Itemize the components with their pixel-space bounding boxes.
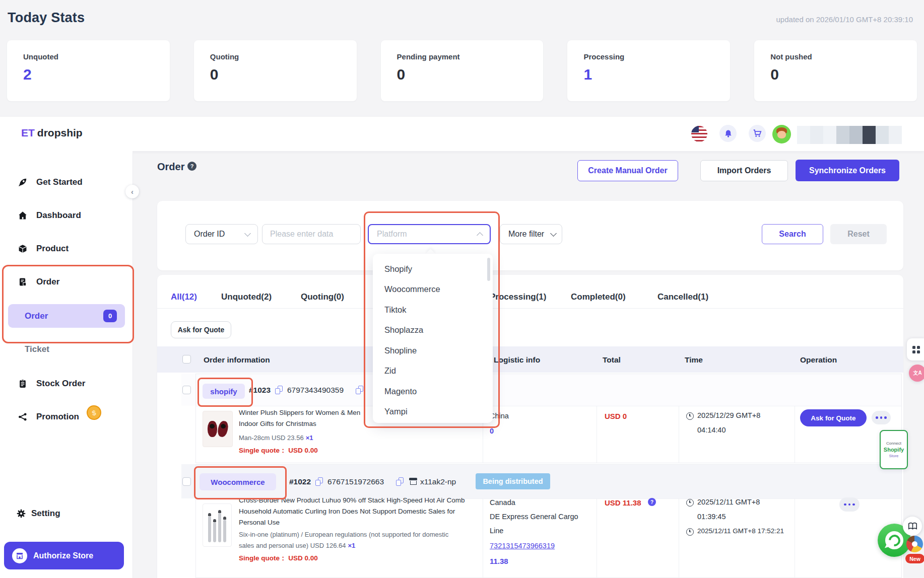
more-filter-button[interactable]: More filter <box>500 224 562 244</box>
platform-option-shopify[interactable]: Shopify <box>373 259 493 279</box>
create-manual-order-button[interactable]: Create Manual Order <box>577 160 678 181</box>
tab-quoting[interactable]: Quoting(0) <box>301 292 344 302</box>
stat-card-not-pushed[interactable]: Not pushed 0 <box>754 40 917 101</box>
tab-unquoted[interactable]: Unquoted(2) <box>221 292 272 302</box>
product-image-slippers[interactable] <box>203 411 233 447</box>
platform-option-woocommerce[interactable]: Woocommerce <box>373 279 493 300</box>
ask-for-quote-button[interactable]: Ask for Quote <box>800 409 867 426</box>
col-time: Time <box>685 355 703 365</box>
column-separator <box>795 498 795 578</box>
stat-value: 1 <box>583 66 714 83</box>
platform-badge-shopify[interactable]: shopify <box>203 384 245 399</box>
whatsapp-icon <box>885 531 903 549</box>
authorize-store-button[interactable]: Authorize Store <box>4 542 124 569</box>
tab-processing[interactable]: Processing(1) <box>490 292 546 302</box>
logistic-fee[interactable]: 11.38 <box>490 557 508 565</box>
tracking-number-link[interactable]: 7321315473966319 <box>490 542 555 550</box>
product-title-line[interactable]: Personal Use <box>239 519 280 526</box>
tab-all[interactable]: All(12) <box>171 292 197 302</box>
platform-option-zid[interactable]: Zid <box>373 361 493 382</box>
chevron-down-icon <box>244 230 251 237</box>
more-filter-label: More filter <box>508 230 544 239</box>
stats-cards: Unquoted 2 Quoting 0 Pending payment 0 P… <box>7 40 917 101</box>
synchronize-orders-button[interactable]: Synchronize Orders <box>796 160 899 181</box>
tab-cancelled[interactable]: Cancelled(1) <box>657 292 708 302</box>
column-separator <box>597 406 597 463</box>
copy-icon[interactable] <box>396 477 404 486</box>
product-title-line[interactable]: Household Automatic Curling Iron Does No… <box>239 508 455 515</box>
filter-value-input[interactable] <box>262 224 361 244</box>
translate-button[interactable]: 文A <box>909 365 924 382</box>
stat-label: Not pushed <box>770 52 901 61</box>
quantity: ×1 <box>348 542 355 549</box>
sidebar-label: Get Started <box>36 177 83 187</box>
ask-for-quote-bulk-button[interactable]: Ask for Quote <box>171 321 231 338</box>
sidebar-subitem-ticket[interactable]: Ticket <box>25 344 49 354</box>
platform-select[interactable]: Platform <box>368 224 491 244</box>
product-title-line[interactable]: Winter Plush Slippers for Women & Men <box>239 409 360 416</box>
tab-completed[interactable]: Completed(0) <box>571 292 626 302</box>
logistic-carrier: DE Express General Cargo <box>490 513 578 521</box>
sidebar-item-setting[interactable]: Setting <box>0 503 133 524</box>
copy-icon[interactable] <box>275 386 283 394</box>
dropdown-scrollbar[interactable] <box>487 258 490 281</box>
order-count-badge: 0 <box>103 310 117 322</box>
more-actions-button[interactable] <box>872 411 891 424</box>
help-docs-button[interactable] <box>903 517 922 536</box>
sidebar-item-product[interactable]: Product <box>0 239 133 259</box>
column-separator <box>795 406 795 463</box>
sidebar-item-get-started[interactable]: Get Started <box>0 172 133 192</box>
bell-icon <box>724 129 733 138</box>
order-time: 01:39:45 <box>697 513 725 521</box>
stat-value: 0 <box>770 66 901 83</box>
copy-icon[interactable] <box>356 386 363 394</box>
search-button[interactable]: Search <box>762 224 823 244</box>
user-avatar[interactable] <box>772 125 791 143</box>
column-separator <box>597 498 597 578</box>
stat-card-processing[interactable]: Processing 1 <box>567 40 730 101</box>
import-orders-button[interactable]: Import Orders <box>700 160 788 181</box>
select-all-checkbox[interactable] <box>182 355 191 364</box>
platform-option-yampi[interactable]: Yampi <box>373 402 493 422</box>
stat-card-quoting[interactable]: Quoting 0 <box>194 40 357 101</box>
sidebar-item-dashboard[interactable]: Dashboard <box>0 205 133 226</box>
row-checkbox[interactable] <box>182 477 191 486</box>
copy-icon[interactable] <box>315 477 323 486</box>
product-title-line[interactable]: Cross-Border New Product Luhuo 90% off S… <box>239 496 465 504</box>
filter-field-select[interactable]: Order ID <box>185 224 258 244</box>
logistic-country: Canada <box>490 498 515 507</box>
product-title-line[interactable]: Indoor Gifts for Christmas <box>239 420 316 427</box>
side-tools-tab[interactable] <box>907 338 924 360</box>
platform-option-shoplazza[interactable]: Shoplazza <box>373 320 493 341</box>
sidebar-item-order[interactable]: Order <box>0 272 133 292</box>
language-flag-icon[interactable] <box>691 126 707 142</box>
help-icon[interactable]: ? <box>187 162 196 171</box>
connect-shopify-store-widget[interactable]: Connect Shopify Store <box>880 430 908 469</box>
connect-label: Connect <box>886 441 901 446</box>
new-feature-icon[interactable] <box>906 536 923 552</box>
stat-card-pending-payment[interactable]: Pending payment 0 <box>381 40 544 101</box>
order-time: 2025/12/11 GMT+8 17:52:21 <box>697 527 784 535</box>
logistic-fee[interactable]: 0 <box>490 427 494 435</box>
cart-button[interactable] <box>749 125 766 142</box>
shopify-label: Shopify <box>884 447 904 453</box>
sidebar: Get Started Dashboard Product Order <box>0 151 133 578</box>
platform-badge-woocommerce[interactable]: Woocommerce <box>200 473 276 490</box>
clock-icon <box>686 499 694 507</box>
row-checkbox[interactable] <box>182 386 191 394</box>
platform-option-tiktok[interactable]: Tiktok <box>373 300 493 320</box>
platform-option-shopline[interactable]: Shopline <box>373 340 493 361</box>
product-image-curling-iron[interactable] <box>203 503 232 547</box>
sidebar-item-promotion[interactable]: Promotion $ <box>0 407 133 427</box>
platform-option-magento[interactable]: Magento <box>373 381 493 402</box>
sidebar-collapse-button[interactable]: ‹ <box>125 185 139 198</box>
total-help-icon[interactable]: ? <box>648 498 656 506</box>
stat-card-unquoted[interactable]: Unquoted 2 <box>7 40 170 101</box>
sidebar-subitem-order[interactable]: Order 0 <box>8 304 125 328</box>
notifications-button[interactable] <box>719 125 737 142</box>
reset-button[interactable]: Reset <box>830 224 887 244</box>
column-separator <box>679 498 679 578</box>
brand-logo[interactable]: ET dropship <box>21 127 83 139</box>
sidebar-item-stock-order[interactable]: Stock Order <box>0 374 133 394</box>
more-actions-button[interactable] <box>839 497 860 512</box>
